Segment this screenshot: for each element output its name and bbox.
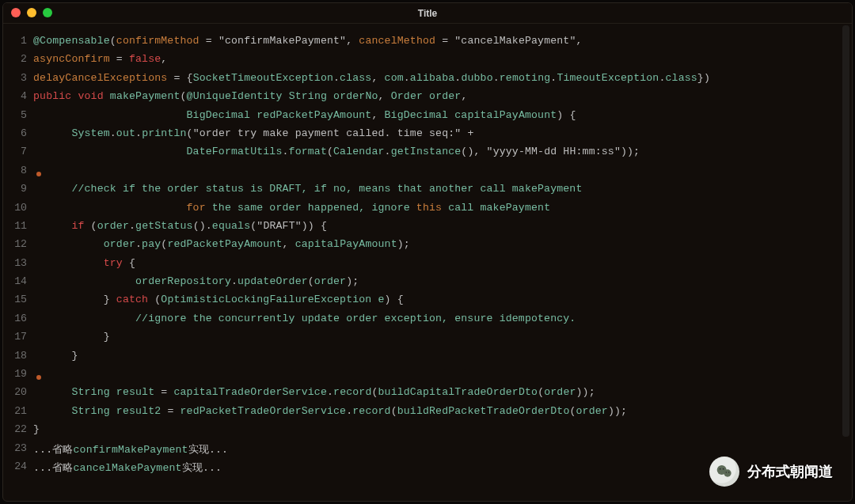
line-number[interactable]: 21 [3,405,33,417]
token-op: = [154,386,173,398]
token-id: com [385,72,404,84]
code-content[interactable]: //check if the order status is DRAFT, if… [33,183,583,195]
code-line[interactable]: 10 for the same order happened, ignore t… [3,202,852,220]
code-content[interactable]: //ignore the concurrently update order e… [33,313,576,324]
code-content[interactable]: } [33,350,78,362]
token-punc: . [659,72,665,84]
token-attr: delayCancelExceptions [33,72,167,84]
code-content[interactable]: for the same order happened, ignore this… [33,202,550,214]
code-content[interactable]: @Compensable(confirmMethod = "confirmMak… [33,35,583,47]
line-number[interactable]: 22 [3,423,33,435]
code-content[interactable]: } [33,423,40,435]
line-number[interactable]: 13 [3,257,33,269]
code-line[interactable]: 17 } [3,331,852,349]
line-number[interactable]: 16 [3,313,33,324]
code-content[interactable]: } [33,331,110,343]
token-ann: @UniqueIdentity [187,90,283,102]
line-number[interactable]: 20 [3,386,33,398]
line-number[interactable]: 2 [3,53,33,65]
line-number[interactable]: 17 [3,331,33,343]
code-content[interactable]: String result = capitalTradeOrderService… [33,386,595,398]
token-punc [33,202,187,214]
code-line[interactable]: 4public void makePayment(@UniqueIdentity… [3,90,852,108]
code-content[interactable]: ...省略cancelMakePayment实现... [33,460,222,475]
code-content[interactable]: ...省略confirmMakePayment实现... [33,442,228,457]
code-line[interactable]: 9 //check if the order status is DRAFT, … [3,183,852,201]
code-content[interactable]: System.out.println("order try make payme… [33,127,474,139]
token-punc: . [385,146,391,157]
code-line[interactable]: 11 if (order.getStatus().equals("DRAFT")… [3,220,852,238]
code-content[interactable]: try { [33,257,135,269]
line-number[interactable]: 24 [3,460,33,472]
token-id: makePayment [110,90,180,102]
code-content[interactable]: delayCancelExceptions = {SocketTimeoutEx… [33,72,710,84]
code-content[interactable]: order.pay(redPacketPayAmount, capitalPay… [33,238,410,250]
code-line[interactable]: 5 BigDecimal redPacketPayAmount, BigDeci… [3,109,852,127]
code-line[interactable]: 16 //ignore the concurrently update orde… [3,313,852,331]
vertical-scrollbar[interactable] [842,25,850,498]
code-content[interactable]: BigDecimal redPacketPayAmount, BigDecima… [33,109,576,121]
code-line[interactable]: 7 DateFormatUtils.format(Calendar.getIns… [3,146,852,164]
token-type: TimeoutException [557,72,659,84]
line-number[interactable]: 7 [3,146,33,157]
titlebar[interactable]: Title [3,3,852,24]
line-number[interactable]: 18 [3,350,33,362]
token-type: BigDecimal [385,109,449,121]
line-number[interactable]: 8 [3,165,33,176]
code-content[interactable]: orderRepository.updateOrder(order); [33,275,359,287]
token-id: println [142,127,186,139]
code-line[interactable]: 3delayCancelExceptions = {SocketTimeoutE… [3,72,852,90]
code-line[interactable]: 14 orderRepository.updateOrder(order); [3,275,852,294]
code-content[interactable]: if (order.getStatus().equals("DRAFT")) { [33,220,327,232]
code-line[interactable]: 20 String result = capitalTradeOrderServ… [3,386,852,404]
code-line[interactable]: 6 System.out.println("order try make pay… [3,127,852,146]
line-number[interactable]: 1 [3,35,33,47]
code-line[interactable]: 18 } [3,350,852,368]
token-op: = [435,35,454,47]
token-punc: . [135,127,142,139]
line-number[interactable]: 9 [3,183,33,195]
code-line[interactable]: 1@Compensable(confirmMethod = "confirmMa… [3,35,852,53]
code-content[interactable]: asyncConfirm = false, [33,53,167,65]
code-content[interactable]: } catch (OptimisticLockingFailureExcepti… [33,294,404,305]
maximize-icon[interactable] [43,8,52,17]
code-line[interactable]: 15 } catch (OptimisticLockingFailureExce… [3,294,852,312]
token-punc: . [283,146,289,157]
line-number[interactable]: 6 [3,127,33,139]
line-number[interactable]: 14 [3,275,33,287]
token-id: class [340,72,371,84]
line-number[interactable]: 3 [3,72,33,84]
line-number[interactable]: 10 [3,202,33,214]
code-line[interactable]: 19 [3,368,852,386]
code-line[interactable]: 21 String result2 = redPacketTradeOrderS… [3,405,852,423]
token-bool: false [129,53,161,65]
token-punc: , [161,53,167,65]
token-type: System [71,127,109,139]
line-number[interactable]: 12 [3,238,33,250]
code-content[interactable]: String result2 = redPacketTradeOrderServ… [33,405,627,417]
code-line[interactable]: 22} [3,423,852,441]
line-number[interactable]: 23 [3,442,33,454]
minimize-icon[interactable] [27,8,36,17]
code-content[interactable]: public void makePayment(@UniqueIdentity … [33,90,468,102]
code-line[interactable]: 2asyncConfirm = false, [3,53,852,71]
code-line[interactable]: 12 order.pay(redPacketPayAmount, capital… [3,238,852,256]
scrollbar-thumb[interactable] [842,25,849,437]
line-number[interactable]: 15 [3,294,33,305]
token-str: "yyyy-MM-dd HH:mm:ss" [487,146,621,157]
line-number[interactable]: 5 [3,109,33,121]
breakpoint-icon[interactable] [36,172,41,176]
breakpoint-icon[interactable] [36,375,41,380]
code-editor[interactable]: 1@Compensable(confirmMethod = "confirmMa… [3,24,852,479]
line-number[interactable]: 11 [3,220,33,232]
close-icon[interactable] [11,8,21,17]
token-id: pay [142,238,161,250]
code-line[interactable]: 8 [3,165,852,183]
window-title: Title [3,8,852,19]
line-number[interactable]: 19 [3,368,33,380]
line-number[interactable]: 4 [3,90,33,102]
code-line[interactable]: 13 try { [3,257,852,275]
token-punc: )); [608,405,627,417]
token-punc [33,183,71,195]
code-content[interactable]: DateFormatUtils.format(Calendar.getInsta… [33,146,640,157]
